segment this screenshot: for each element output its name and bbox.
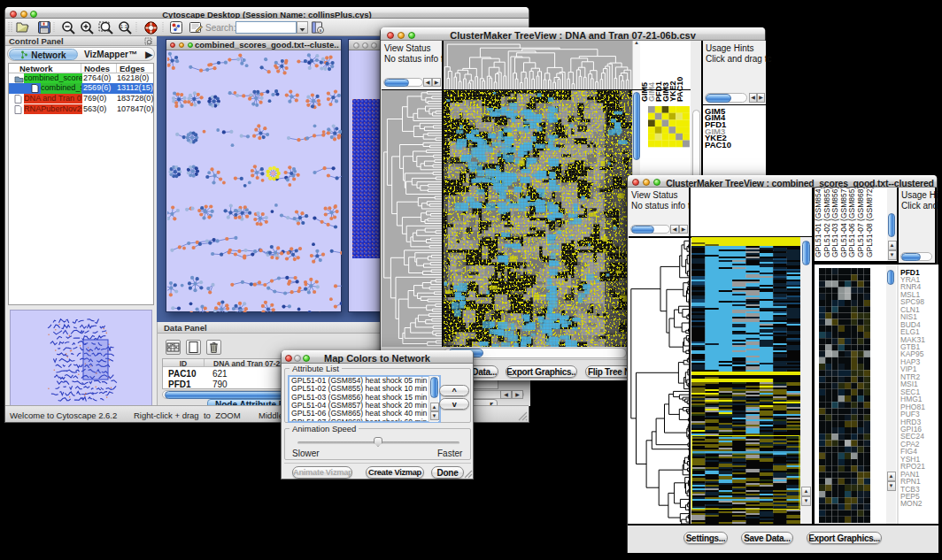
- svg-text:1:1: 1:1: [120, 24, 128, 29]
- svg-text:a: a: [320, 27, 322, 33]
